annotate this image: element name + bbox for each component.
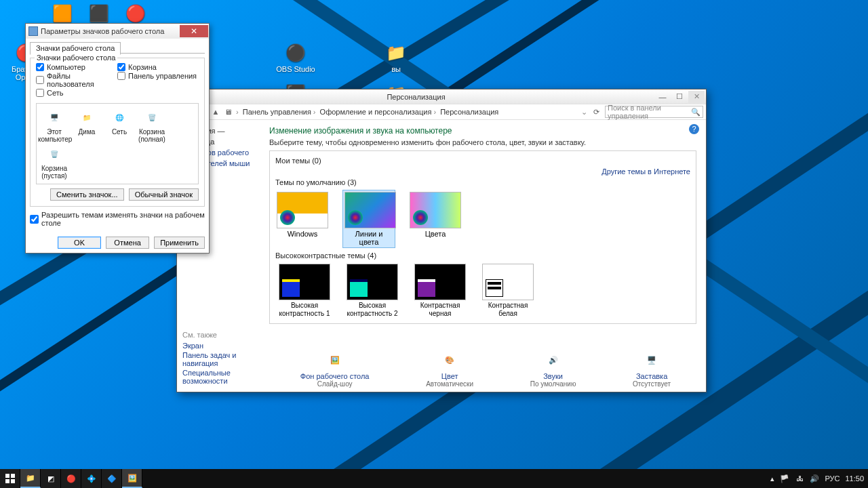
- breadcrumb[interactable]: 🖥 › Панель управления› Оформление и перс…: [224, 108, 498, 116]
- theme-hc1[interactable]: Высокая контрастность 1: [277, 264, 332, 318]
- page-title: Изменение изображения и звука на компьют…: [269, 126, 696, 136]
- icon-bin-full[interactable]: 🗑️Корзина (полная): [136, 108, 168, 143]
- dialog-close-button[interactable]: ✕: [180, 25, 208, 37]
- bottom-saver[interactable]: 🖥️ЗаставкаОтсутствует: [633, 349, 671, 388]
- icon-preview-well[interactable]: 🖥️Этот компьютер 📁Дима 🌐Сеть 🗑️Корзина (…: [36, 103, 199, 184]
- tray-up-icon[interactable]: ▴: [770, 474, 774, 483]
- chk-allow-themes[interactable]: Разрешить темам изменять значки на рабоч…: [30, 211, 205, 227]
- minimize-button[interactable]: —: [654, 91, 671, 103]
- maximize-button[interactable]: ☐: [671, 91, 688, 103]
- system-tray[interactable]: ▴ 🏳️ 🖧 🔊 РУС 11:50: [766, 469, 868, 488]
- chk-userfiles[interactable]: Файлы пользователя: [36, 72, 117, 88]
- change-icon-button[interactable]: Сменить значок...: [50, 188, 124, 201]
- svg-rect-8: [11, 479, 15, 483]
- flag-icon[interactable]: 🏳️: [780, 474, 789, 483]
- bottom-background[interactable]: 🖼️Фон рабочего столаСлайд-шоу: [300, 349, 370, 388]
- icon-network[interactable]: 🌐Сеть: [103, 108, 136, 143]
- hc-themes-header: Высококонтрастные темы (4): [275, 251, 376, 260]
- window-titlebar[interactable]: Персонализация — ☐ ✕: [177, 89, 706, 104]
- task-personalization[interactable]: 🖼️: [122, 469, 142, 488]
- bottom-sound[interactable]: 🔊ЗвукиПо умолчанию: [530, 349, 576, 388]
- nav-up-icon[interactable]: ▲: [210, 106, 222, 118]
- desktop-icon-folder[interactable]: 📁вы: [372, 42, 420, 73]
- task-app2[interactable]: 💠: [81, 469, 102, 488]
- seealso-screen[interactable]: Экран: [182, 342, 264, 350]
- taskbar: 📁 ◩ 🔴 💠 🔷 🖼️ ▴ 🏳️ 🖧 🔊 РУС 11:50: [0, 469, 868, 488]
- ok-button[interactable]: OK: [58, 237, 101, 249]
- icon-this-pc[interactable]: 🖥️Этот компьютер: [38, 108, 71, 143]
- chk-network[interactable]: Сеть: [36, 89, 117, 97]
- task-explorer[interactable]: 📁: [20, 469, 41, 488]
- icon-bin-empty[interactable]: 🗑️Корзина (пустая): [38, 144, 71, 180]
- icon-user[interactable]: 📁Дима: [71, 108, 103, 143]
- refresh-icon[interactable]: ⟳: [590, 106, 602, 118]
- network-icon[interactable]: 🖧: [795, 474, 804, 483]
- chk-cpanel[interactable]: Панель управления: [117, 72, 199, 80]
- task-app1[interactable]: ◩: [41, 469, 61, 488]
- theme-windows[interactable]: Windows: [277, 192, 328, 246]
- task-app3[interactable]: 🔷: [102, 469, 122, 488]
- close-button[interactable]: ✕: [688, 91, 705, 103]
- desktop-icon-obs[interactable]: ⚫OBS Studio: [271, 42, 320, 73]
- personalization-window: Персонализация — ☐ ✕ ◀ ▶ ▲ 🖥 › Панель уп…: [176, 89, 707, 392]
- bottom-color[interactable]: 🎨ЦветАвтоматически: [426, 349, 473, 388]
- theme-hc-white[interactable]: Контрастная белая: [480, 264, 536, 318]
- window-title: Персонализация: [178, 93, 654, 101]
- mythemes-header: Мои темы (0): [275, 157, 321, 165]
- default-icon-button[interactable]: Обычный значок: [129, 188, 199, 201]
- task-opera[interactable]: 🔴: [61, 469, 81, 488]
- volume-icon[interactable]: 🔊: [810, 474, 819, 483]
- seealso-accessibility[interactable]: Специальные возможности: [182, 369, 264, 385]
- lang-indicator[interactable]: РУС: [825, 474, 840, 483]
- dialog-titlebar[interactable]: Параметры значков рабочего стола ✕: [26, 24, 209, 39]
- svg-rect-7: [5, 479, 9, 483]
- chk-recycle[interactable]: Корзина: [117, 63, 199, 71]
- svg-rect-5: [5, 474, 9, 478]
- theme-hc-black[interactable]: Контрастная черная: [412, 264, 468, 318]
- search-icon: 🔍: [691, 108, 701, 117]
- dialog-tabs: Значки рабочего стола: [30, 41, 205, 54]
- navigation-bar: ◀ ▶ ▲ 🖥 › Панель управления› Оформление …: [177, 104, 706, 120]
- default-themes-header: Темы по умолчанию (3): [275, 178, 357, 186]
- apply-button[interactable]: Применить: [154, 237, 205, 249]
- cancel-button[interactable]: Отмена: [106, 237, 149, 249]
- seealso-taskbar[interactable]: Панель задач и навигация: [182, 351, 264, 367]
- theme-lines[interactable]: Линии и цвета: [343, 190, 395, 247]
- see-also: См. также Экран Панель задач и навигация…: [182, 329, 264, 386]
- more-themes-link[interactable]: Другие темы в Интернете: [601, 167, 690, 176]
- dialog-icon: [28, 26, 38, 36]
- search-input[interactable]: Поиск в панели управления 🔍: [605, 106, 703, 118]
- start-button[interactable]: [0, 469, 20, 488]
- theme-colors[interactable]: Цвета: [410, 192, 461, 246]
- clock[interactable]: 11:50: [845, 474, 864, 483]
- svg-rect-6: [11, 474, 15, 478]
- chk-computer[interactable]: Компьютер: [36, 63, 117, 71]
- page-description: Выберите тему, чтобы одновременно измени…: [269, 138, 696, 146]
- dialog-title: Параметры значков рабочего стола: [41, 27, 180, 35]
- theme-hc2[interactable]: Высокая контрастность 2: [344, 264, 400, 318]
- desktop-icons-dialog: Параметры значков рабочего стола ✕ Значк…: [25, 23, 210, 253]
